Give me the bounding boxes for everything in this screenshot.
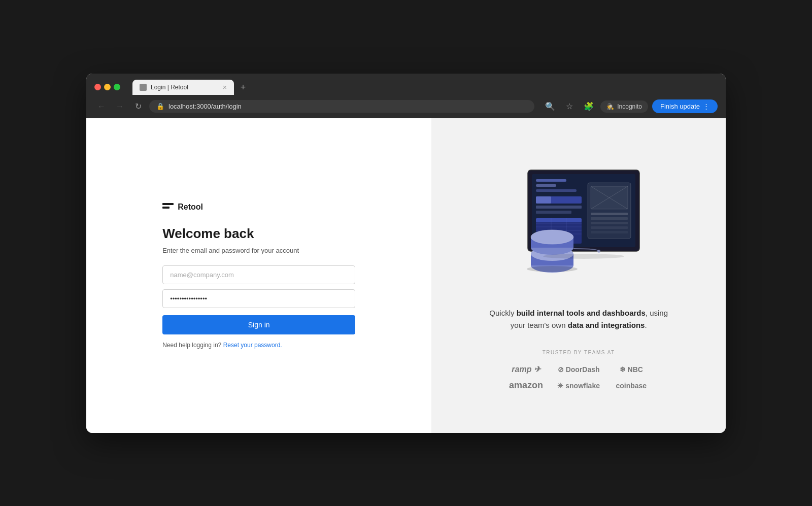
browser-chrome: Login | Retool × + ← → ↻ 🔒 localhost:300… bbox=[86, 74, 726, 118]
login-panel: Retool Welcome back Enter the email and … bbox=[86, 118, 431, 433]
illustration-graphic bbox=[497, 160, 660, 292]
svg-point-34 bbox=[527, 266, 578, 272]
email-input[interactable] bbox=[162, 265, 355, 284]
active-tab[interactable]: Login | Retool × bbox=[132, 80, 234, 95]
retool-logo: Retool bbox=[162, 203, 355, 212]
address-bar-row: ← → ↻ 🔒 localhost:3000/auth/login 🔍 ☆ 🧩 … bbox=[86, 95, 726, 118]
tab-favicon bbox=[140, 84, 147, 91]
search-icon[interactable]: 🔍 bbox=[543, 99, 558, 114]
sign-in-button[interactable]: Sign in bbox=[162, 315, 355, 334]
svg-rect-6 bbox=[536, 196, 551, 204]
title-bar: Login | Retool × + bbox=[86, 74, 726, 95]
svg-rect-8 bbox=[536, 211, 571, 214]
minimize-button[interactable] bbox=[104, 84, 111, 90]
svg-rect-22 bbox=[591, 217, 628, 220]
retool-logo-icon bbox=[162, 203, 174, 211]
extensions-icon[interactable]: 🧩 bbox=[581, 99, 596, 114]
svg-point-33 bbox=[597, 250, 600, 253]
ramp-logo: ramp ✈ bbox=[505, 364, 548, 374]
incognito-button[interactable]: 🕵 Incognito bbox=[600, 100, 648, 113]
finish-update-label: Finish update bbox=[660, 103, 700, 110]
logo-bar-1 bbox=[162, 203, 174, 205]
doordash-logo: ⊘ DoorDash bbox=[557, 365, 600, 374]
nbc-logo: ❄ NBC bbox=[610, 365, 653, 374]
svg-rect-23 bbox=[591, 222, 628, 224]
logo-bar-2 bbox=[162, 207, 170, 209]
reset-password-link[interactable]: Reset your password. bbox=[223, 342, 282, 349]
maximize-button[interactable] bbox=[114, 84, 120, 90]
login-subtitle: Enter the email and password for your ac… bbox=[162, 247, 355, 254]
trusted-section: TRUSTED BY TEAMS AT ramp ✈ ⊘ DoorDash ❄ … bbox=[505, 350, 653, 391]
svg-rect-24 bbox=[591, 226, 628, 229]
tagline-bold2: data and integrations bbox=[568, 321, 645, 329]
svg-rect-7 bbox=[536, 206, 582, 209]
address-bar[interactable]: 🔒 localhost:3000/auth/login bbox=[149, 100, 534, 113]
login-form: Sign in bbox=[162, 265, 355, 342]
tab-bar: Login | Retool × + bbox=[132, 80, 250, 95]
coinbase-logo: coinbase bbox=[610, 382, 653, 390]
svg-rect-21 bbox=[591, 213, 628, 215]
incognito-label: Incognito bbox=[617, 103, 642, 110]
logo-grid: ramp ✈ ⊘ DoorDash ❄ NBC amazon ✳ snowfla… bbox=[505, 364, 653, 391]
amazon-logo: amazon bbox=[505, 380, 548, 391]
snowflake-logo: ✳ snowflake bbox=[557, 382, 600, 390]
email-field bbox=[162, 265, 355, 284]
close-button[interactable] bbox=[94, 84, 101, 90]
incognito-icon: 🕵 bbox=[606, 103, 614, 110]
illustration-panel: Quickly build internal tools and dashboa… bbox=[431, 118, 726, 433]
svg-rect-25 bbox=[591, 231, 628, 233]
browser-actions: 🔍 ☆ 🧩 🕵 Incognito Finish update ⋮ bbox=[543, 99, 718, 114]
svg-point-35 bbox=[543, 254, 624, 259]
bookmark-icon[interactable]: ☆ bbox=[562, 99, 577, 114]
svg-rect-3 bbox=[536, 184, 556, 187]
forward-button[interactable]: → bbox=[113, 99, 127, 114]
login-title: Welcome back bbox=[162, 226, 355, 242]
finish-update-button[interactable]: Finish update ⋮ bbox=[652, 99, 718, 113]
traffic-lights bbox=[94, 84, 120, 90]
password-field bbox=[162, 289, 355, 308]
page-content: Retool Welcome back Enter the email and … bbox=[86, 118, 726, 433]
svg-rect-10 bbox=[536, 218, 582, 222]
password-input[interactable] bbox=[162, 289, 355, 308]
svg-rect-2 bbox=[536, 179, 566, 182]
lock-icon: 🔒 bbox=[156, 103, 164, 110]
new-tab-button[interactable]: + bbox=[236, 81, 250, 95]
retool-logo-text: Retool bbox=[178, 203, 203, 212]
browser-window: Login | Retool × + ← → ↻ 🔒 localhost:300… bbox=[86, 74, 726, 433]
help-text: Need help logging in? Reset your passwor… bbox=[162, 342, 355, 349]
tab-title: Login | Retool bbox=[151, 84, 219, 91]
tab-close-button[interactable]: × bbox=[223, 84, 227, 91]
finish-update-menu-icon: ⋮ bbox=[703, 103, 709, 110]
tagline-bold1: build internal tools and dashboards bbox=[517, 309, 646, 317]
login-form-container: Retool Welcome back Enter the email and … bbox=[162, 203, 355, 349]
help-text-label: Need help logging in? bbox=[162, 342, 221, 349]
address-text: localhost:3000/auth/login bbox=[168, 103, 527, 110]
back-button[interactable]: ← bbox=[94, 99, 109, 114]
trusted-label: TRUSTED BY TEAMS AT bbox=[505, 350, 653, 355]
tagline-prefix: Quickly bbox=[489, 309, 516, 317]
tagline: Quickly build internal tools and dashboa… bbox=[482, 307, 675, 331]
tagline-suffix: . bbox=[645, 321, 647, 329]
svg-rect-4 bbox=[536, 189, 577, 192]
reload-button[interactable]: ↻ bbox=[131, 99, 145, 114]
